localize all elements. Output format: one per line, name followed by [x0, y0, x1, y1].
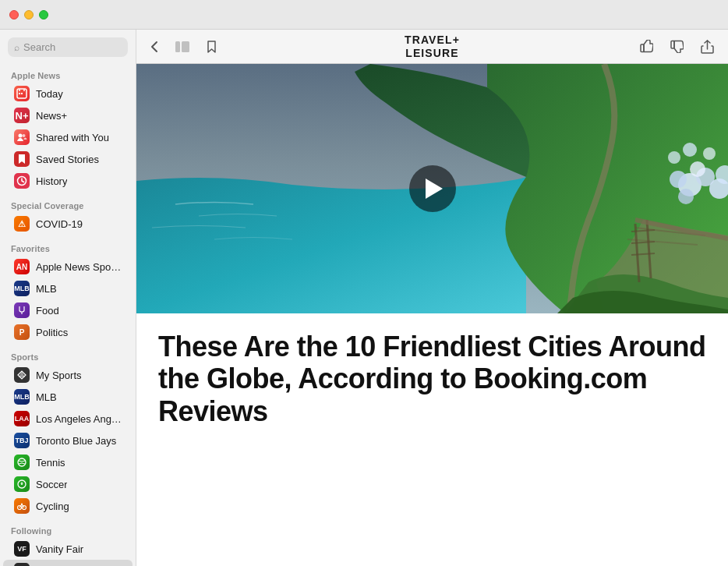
play-icon — [426, 179, 443, 199]
sidebar-item-politics-label: Politics — [36, 327, 68, 338]
sidebar-item-newsplus-label: News+ — [36, 110, 67, 122]
sidebar-item-mlb-fav[interactable]: MLB MLB — [3, 278, 133, 299]
sidebar-item-shared-label: Shared with You — [36, 132, 109, 143]
search-box[interactable]: ⌕ Search — [8, 37, 128, 57]
sidebar-item-mysports[interactable]: My Sports — [3, 364, 133, 386]
svg-rect-17 — [641, 44, 644, 52]
politics-icon: P — [14, 324, 30, 340]
sidebar-item-saved[interactable]: Saved Stories — [3, 148, 133, 170]
newsplus-icon: N+ — [14, 108, 30, 123]
sidebar-toggle-button[interactable] — [172, 38, 193, 55]
search-container: ⌕ Search — [0, 30, 136, 63]
maximize-button[interactable] — [39, 10, 48, 19]
thumbdown-button[interactable] — [667, 37, 687, 56]
sidebar-item-mlb-fav-label: MLB — [36, 283, 57, 295]
play-button[interactable] — [409, 165, 456, 212]
sidebar-item-shared[interactable]: Shared with You — [3, 126, 133, 148]
sidebar-item-newsplus[interactable]: N+ News+ — [3, 104, 133, 126]
sidebar-item-mysports-label: My Sports — [36, 370, 82, 381]
title-bar — [0, 0, 728, 30]
section-apple-news: Apple News Today N+ News+ Shared with Yo… — [0, 63, 136, 193]
svg-marker-11 — [21, 482, 23, 485]
sidebar-item-history[interactable]: History — [3, 170, 133, 192]
sidebar-item-bluejays[interactable]: TBJ Toronto Blue Jays — [3, 430, 133, 451]
covid-icon: ⚠ — [14, 216, 30, 232]
back-button[interactable] — [147, 37, 161, 56]
sidebar-item-cycling[interactable]: Cycling — [3, 495, 133, 517]
sidebar-item-tennis-label: Tennis — [36, 457, 65, 469]
angels-icon: LAA — [14, 411, 30, 426]
svg-point-28 — [670, 171, 687, 188]
section-header-apple-news: Apple News — [0, 68, 136, 83]
soccer-icon — [14, 476, 30, 492]
vanityfair-icon: VF — [14, 541, 30, 557]
content-area: Travel+Leisure — [136, 30, 728, 566]
sidebar-item-covid-label: COVID-19 — [36, 218, 83, 230]
sidebar-item-food[interactable]: Food — [3, 299, 133, 321]
minimize-button[interactable] — [24, 10, 34, 19]
sidebar-item-vanityfair[interactable]: VF Vanity Fair — [3, 538, 133, 560]
svg-rect-4 — [21, 93, 23, 94]
saved-icon — [14, 151, 30, 167]
svg-point-33 — [703, 147, 716, 160]
section-favorites: Favorites AN Apple News Spotlight MLB ML… — [0, 236, 136, 345]
search-icon: ⌕ — [14, 42, 19, 53]
section-sports: Sports My Sports MLB MLB LAA Los Angeles… — [0, 345, 136, 518]
article-hero — [136, 64, 728, 313]
sidebar-item-mlb-sports[interactable]: MLB MLB — [3, 386, 133, 408]
sidebar-item-covid[interactable]: ⚠ COVID-19 — [3, 213, 133, 235]
svg-point-27 — [690, 161, 705, 177]
today-icon — [14, 86, 30, 101]
section-header-following: Following — [0, 523, 136, 538]
article-body: These Are the 10 Friendliest Cities Arou… — [136, 313, 728, 458]
tennis-icon — [14, 455, 30, 470]
sidebar-item-bluejays-label: Toronto Blue Jays — [36, 435, 116, 447]
search-placeholder: Search — [23, 41, 55, 53]
sidebar-item-history-label: History — [36, 175, 67, 187]
share-button[interactable] — [698, 37, 717, 57]
sidebar-item-food-label: Food — [36, 305, 59, 317]
sidebar-item-politics[interactable]: P Politics — [3, 321, 133, 343]
sidebar-item-soccer-label: Soccer — [36, 479, 67, 490]
food-icon — [14, 302, 30, 318]
history-icon — [14, 173, 30, 189]
section-special-coverage: Special Coverage ⚠ COVID-19 — [0, 193, 136, 236]
svg-point-6 — [23, 134, 26, 137]
thumbup-button[interactable] — [637, 37, 656, 56]
cycling-icon — [14, 498, 30, 514]
sidebar-item-traveleisure[interactable]: T+L Travel + Leisure — [3, 560, 133, 566]
sidebar-item-today-label: Today — [36, 88, 63, 100]
sidebar-item-angels[interactable]: LAA Los Angeles Angels — [3, 408, 133, 430]
toolbar-left — [147, 37, 337, 56]
sidebar-item-tennis[interactable]: Tennis — [3, 451, 133, 473]
svg-point-5 — [19, 134, 23, 138]
sidebar-item-spotlight-label: Apple News Spotlight — [36, 261, 122, 273]
svg-rect-18 — [671, 41, 674, 49]
article-title: These Are the 10 Friendliest Cities Arou… — [158, 331, 706, 427]
section-header-sports: Sports — [0, 349, 136, 364]
sidebar-item-vanityfair-label: Vanity Fair — [36, 543, 83, 555]
svg-rect-3 — [19, 93, 20, 94]
svg-rect-16 — [182, 41, 189, 52]
close-button[interactable] — [9, 10, 19, 19]
sidebar-item-cycling-label: Cycling — [36, 501, 69, 512]
sidebar: ⌕ Search Apple News Today N+ News+ Sha — [0, 30, 136, 566]
sidebar-item-saved-label: Saved Stories — [36, 154, 99, 165]
sidebar-item-soccer[interactable]: Soccer — [3, 473, 133, 495]
article-content[interactable]: These Are the 10 Friendliest Cities Arou… — [136, 64, 728, 566]
svg-rect-15 — [175, 41, 180, 52]
sidebar-item-spotlight[interactable]: AN Apple News Spotlight — [3, 256, 133, 278]
mlb-fav-icon: MLB — [14, 281, 30, 296]
svg-point-31 — [668, 151, 680, 164]
svg-point-9 — [18, 458, 26, 466]
section-header-favorites: Favorites — [0, 241, 136, 256]
bluejays-icon: TBJ — [14, 433, 30, 448]
bookmark-button[interactable] — [203, 37, 220, 56]
sidebar-item-today[interactable]: Today — [3, 83, 133, 104]
sidebar-item-angels-label: Los Angeles Angels — [36, 413, 122, 425]
toolbar: Travel+Leisure — [136, 30, 728, 64]
publication-title: Travel+Leisure — [405, 34, 460, 60]
traveleisure-icon: T+L — [14, 563, 30, 566]
mlb-sports-icon: MLB — [14, 389, 30, 405]
spotlight-icon: AN — [14, 259, 30, 274]
